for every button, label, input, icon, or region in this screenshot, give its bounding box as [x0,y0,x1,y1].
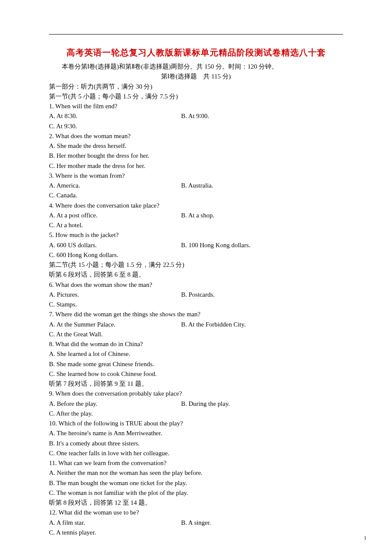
q5-text: 5. How much is the jacket? [49,230,343,240]
q11-option-c: C. The woman is not familiar with the pl… [49,488,343,498]
subsection1-header: 第一节(共 5 小题；每小题 1.5 分，满分 7.5 分) [49,92,343,101]
dialogue7-instruction: 听第 7 段对话，回答第 9 至 11 题。 [49,379,343,389]
page-number: 1 [364,534,366,542]
q6-option-b: B. Postcards. [181,290,215,300]
q7-option-b: B. At the Forbidden City. [181,320,246,330]
q10-option-c: C. One teacher falls in love with her co… [49,448,343,458]
q4-options-row: A. At a post office. B. At a shop. [49,211,343,220]
document-title: 高考英语一轮总复习人教版新课标单元精品阶段测试卷精选八十套 [49,46,343,58]
q12-option-a: A. A film star. [49,518,181,528]
q9-option-b: B. During the play. [181,399,230,409]
q4-text: 4. Where does the conversation take plac… [49,201,343,211]
q4-option-a: A. At a post office. [49,211,181,220]
section1-header: 第一部分：听力(共两节，满分 30 分) [49,82,343,92]
q4-option-b: B. At a shop. [181,211,214,220]
q12-options-row: A. A film star. B. A singer. [49,518,343,528]
q1-option-b: B. At 9∶00. [181,111,209,121]
q9-options-row: A. Before the play. B. During the play. [49,399,343,409]
q8-option-c: C. She learned how to cook Chinese food. [49,369,343,379]
q6-option-a: A. Pictures. [49,290,181,300]
q2-text: 2. What does the woman mean? [49,131,343,141]
q5-option-b: B. 100 Hong Kong dollars. [181,240,251,250]
header-divider [49,34,343,35]
q7-options-row: A. At the Summer Palace. B. At the Forbi… [49,320,343,330]
intro-text: 本卷分第Ⅰ卷(选择题)和第Ⅱ卷(非选择题)两部分。共 150 分。时间：120 … [49,62,343,72]
q5-options-row: A. 600 US dollars. B. 100 Hong Kong doll… [49,240,343,250]
q11-option-a: A. Neither the man nor the woman has see… [49,468,343,478]
q12-option-c: C. A tennis player. [49,528,343,538]
q1-option-a: A. At 8∶30. [49,111,181,121]
q3-option-b: B. Australia. [181,181,213,191]
q11-text: 11. What can we learn from the conversat… [49,458,343,468]
q1-options-row: A. At 8∶30. B. At 9∶00. [49,111,343,121]
q3-options-row: A. America. B. Australia. [49,181,343,191]
q4-option-c: C. At a hotel. [49,220,343,230]
q5-option-c: C. 600 Hong Kong dollars. [49,250,343,260]
q9-option-c: C. After the play. [49,409,343,419]
q1-option-c: C. At 9∶30. [49,121,343,131]
q12-text: 12. What did the woman use to be? [49,508,343,517]
q10-text: 10. Which of the following is TRUE about… [49,419,343,428]
q10-option-a: A. The heroine's name is Ann Merriweathe… [49,428,343,438]
q11-option-b: B. The man bought the woman one ticket f… [49,478,343,488]
q7-option-c: C. At the Great Wall. [49,330,343,339]
q3-text: 3. Where is the woman from? [49,171,343,181]
dialogue8-instruction: 听第 8 段对话，回答第 12 至 14 题。 [49,498,343,508]
q8-option-a: A. She learned a lot of Chinese. [49,349,343,359]
q6-text: 6. What does the woman show the man? [49,280,343,290]
q3-option-a: A. America. [49,181,181,191]
q10-option-b: B. It's a comedy about three sisters. [49,439,343,448]
q9-text: 9. When does the conversation probably t… [49,389,343,399]
q9-option-a: A. Before the play. [49,399,181,409]
q6-option-c: C. Stamps. [49,300,343,309]
q2-option-a: A. She made the dress herself. [49,141,343,151]
q7-text: 7. Where did the woman get the things sh… [49,309,343,319]
q6-options-row: A. Pictures. B. Postcards. [49,290,343,300]
q3-option-c: C. Canada. [49,191,343,200]
part1-header: 第Ⅰ卷(选择题 共 115 分) [49,72,343,81]
q2-option-c: C. Her mother made the dress for her. [49,161,343,171]
q7-option-a: A. At the Summer Palace. [49,320,181,330]
subsection2-header: 第二节(共 15 小题；每小题 1.5 分，满分 22.5 分) [49,260,343,270]
q1-text: 1. When will the film end? [49,101,343,111]
q5-option-a: A. 600 US dollars. [49,240,181,250]
q2-option-b: B. Her mother bought the dress for her. [49,151,343,161]
q8-text: 8. What did the woman do in China? [49,339,343,349]
q8-option-b: B. She made some great Chinese friends. [49,359,343,369]
q12-option-b: B. A singer. [181,518,211,528]
dialogue6-instruction: 听第 6 段对话，回答第 6 至 8 题。 [49,270,343,280]
